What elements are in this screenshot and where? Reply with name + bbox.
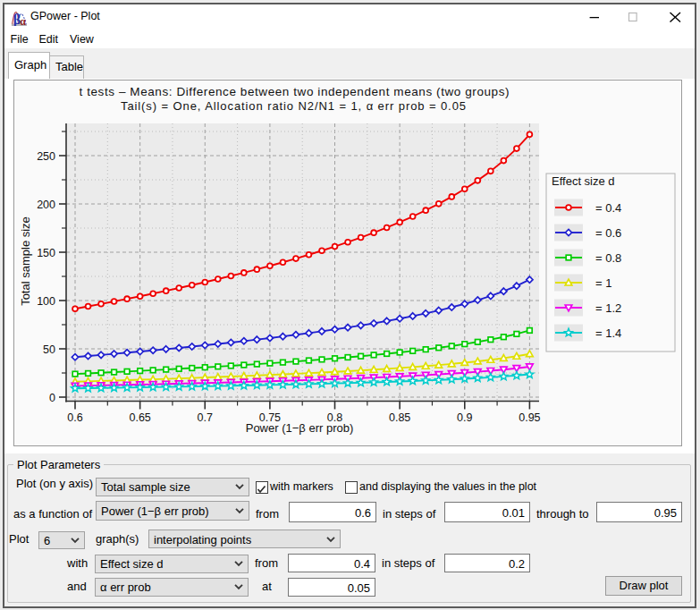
svg-text:0.7: 0.7 (198, 411, 213, 424)
svg-text:0.65: 0.65 (129, 411, 150, 424)
svg-text:Power (1−β err prob): Power (1−β err prob) (246, 421, 354, 435)
svg-text:50: 50 (43, 343, 55, 356)
svg-text:α: α (20, 15, 26, 26)
svg-text:0: 0 (49, 392, 55, 404)
svg-text:0.85: 0.85 (389, 411, 410, 424)
svg-text:0.95: 0.95 (519, 411, 540, 424)
svg-text:Effect size d: Effect size d (552, 174, 615, 188)
svg-text:= 0.4: = 0.4 (595, 201, 621, 215)
svg-text:150: 150 (37, 247, 55, 259)
svg-text:0.9: 0.9 (457, 411, 472, 424)
svg-text:100: 100 (37, 295, 55, 308)
svg-text:Tail(s) = One, Allocation rati: Tail(s) = One, Allocation ratio N2/N1 = … (121, 99, 466, 113)
svg-text:250: 250 (37, 150, 55, 163)
svg-text:200: 200 (37, 199, 55, 211)
svg-text:0.6: 0.6 (67, 411, 82, 424)
svg-text:= 1.2: = 1.2 (595, 301, 621, 315)
svg-text:Total sample size: Total sample size (19, 216, 32, 306)
svg-text:t tests – Means: Difference be: t tests – Means: Difference between two … (80, 85, 510, 98)
svg-text:= 1.4: = 1.4 (595, 326, 621, 340)
svg-text:= 0.6: = 0.6 (595, 226, 621, 240)
svg-text:= 0.8: = 0.8 (595, 251, 621, 265)
svg-text:= 1: = 1 (595, 276, 611, 290)
